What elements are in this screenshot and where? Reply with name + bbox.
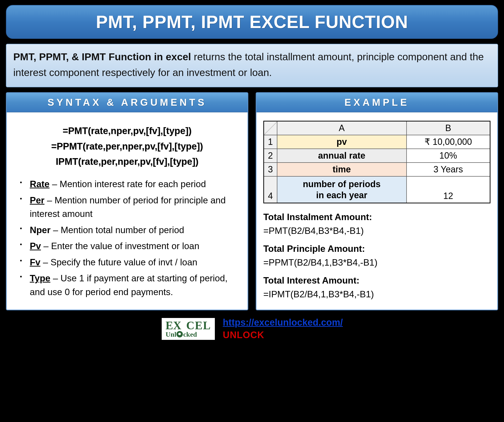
- arg-type: Type – Use 1 if payment are at starting …: [22, 271, 238, 299]
- syntax-formulas: =PMT(rate,nper,pv,[fv],[type]) =PPMT(rat…: [7, 112, 248, 175]
- cell-a3: time: [277, 163, 407, 176]
- arguments-list: Rate – Mention interest rate for each pe…: [7, 175, 248, 310]
- col-b-header: B: [407, 121, 490, 135]
- formula-2: =PPMT(B2/B4,1,B3*B4,-B1): [263, 256, 490, 270]
- formula-3: =IPMT(B2/B4,1,B3*B4,-B1): [263, 287, 490, 301]
- table-corner: [264, 121, 277, 135]
- row-1-num: 1: [264, 135, 277, 149]
- cell-a1: pv: [277, 135, 407, 149]
- website-link[interactable]: https://excelunlocked.com/: [223, 317, 343, 328]
- footer: EXCEL Unlcked https://excelunlocked.com/…: [6, 316, 498, 342]
- cell-b2: 10%: [407, 149, 490, 163]
- formula-1-title: Total Instalment Amount:: [263, 210, 490, 224]
- formula-1: =PMT(B2/B4,B3*B4,-B1): [263, 224, 490, 238]
- cell-b4: 12: [407, 176, 490, 203]
- row-4-num: 4: [264, 176, 277, 203]
- row-2-num: 2: [264, 149, 277, 163]
- syntax-line-1: =PMT(rate,nper,pv,[fv],[type]): [12, 123, 243, 139]
- formula-3-title: Total Interest Amount:: [263, 274, 490, 287]
- arg-fv: Fv – Specify the future value of invt / …: [22, 256, 238, 269]
- col-a-header: A: [277, 121, 407, 135]
- row-3-num: 3: [264, 163, 277, 176]
- syntax-header: SYNTAX & ARGUMENTS: [7, 93, 248, 112]
- example-formulas: Total Instalment Amount: =PMT(B2/B4,B3*B…: [263, 210, 490, 301]
- unlock-text: UNLOCK: [223, 330, 264, 340]
- syntax-panel: SYNTAX & ARGUMENTS =PMT(rate,nper,pv,[fv…: [6, 92, 248, 310]
- cell-b1: ₹ 10,00,000: [407, 135, 490, 149]
- formula-2-title: Total Principle Amount:: [263, 242, 490, 256]
- excel-unlocked-logo: EXCEL Unlcked: [161, 317, 216, 340]
- lock-icon: [176, 331, 183, 337]
- syntax-line-3: IPMT(rate,per,nper,pv,[fv],[type]): [12, 154, 243, 169]
- syntax-line-2: =PPMT(rate,per,nper,pv,[fv],[type]): [12, 139, 243, 154]
- cell-b3: 3 Years: [407, 163, 490, 176]
- description-box: PMT, PPMT, & IPMT Function in excel retu…: [6, 44, 498, 87]
- arg-rate: Rate – Mention interest rate for each pe…: [22, 177, 238, 191]
- arg-nper: Nper – Mention total number of period: [22, 223, 238, 237]
- arg-pv: Pv – Enter the value of investment or lo…: [22, 239, 238, 253]
- example-table: A B 1 pv ₹ 10,00,000 2 annual rate 10% 3…: [263, 121, 490, 203]
- description-bold: PMT, PPMT, & IPMT Function in excel: [13, 51, 191, 62]
- example-panel: EXAMPLE A B 1 pv ₹ 10,00,000 2 annual ra…: [256, 92, 498, 310]
- arg-per: Per – Mention number of period for princ…: [22, 194, 238, 221]
- example-header: EXAMPLE: [256, 93, 497, 112]
- cell-a2: annual rate: [277, 149, 407, 163]
- page-title: PMT, PPMT, IPMT EXCEL FUNCTION: [6, 5, 498, 39]
- cell-a4: number of periodsin each year: [277, 176, 407, 203]
